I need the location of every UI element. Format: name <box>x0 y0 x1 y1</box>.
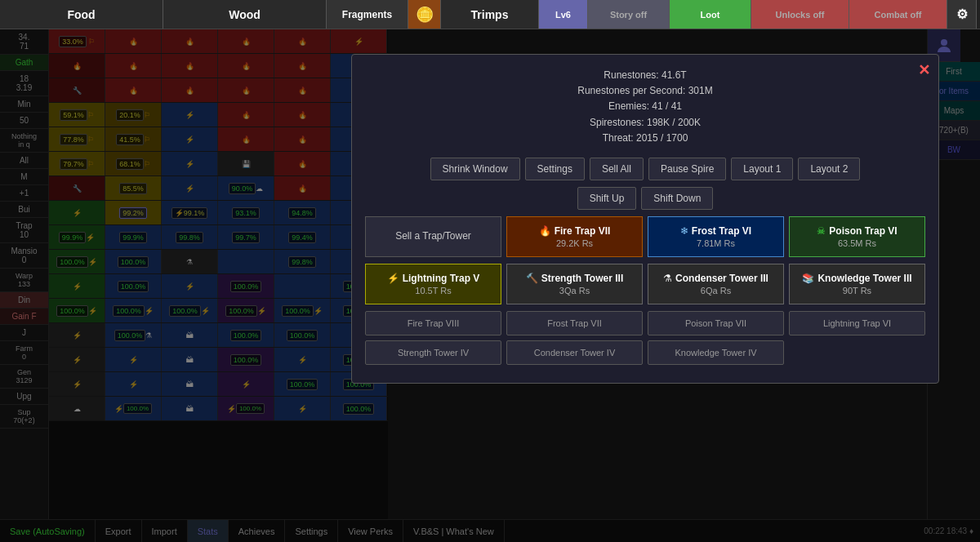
unlocks-label: Unlocks off <box>776 10 825 20</box>
knowledge-tower-name: Knowledge Tower III <box>817 273 911 284</box>
knowledge-tower-4-button[interactable]: Knowledge Tower IV <box>648 340 784 365</box>
enemies-stat: Enemies: 41 / 41 <box>365 99 925 114</box>
nav-fragments[interactable]: Fragments <box>327 0 408 29</box>
nav-wood[interactable]: Wood <box>163 0 327 29</box>
frost-trap-7-button[interactable]: Frost Trap VII <box>506 311 643 335</box>
spire-modal: ✕ Runestones: 41.6T Runestones per Secon… <box>351 54 939 384</box>
modal-top-buttons: Shrink Window Settings Sell All Pause Sp… <box>365 158 925 180</box>
wood-label: Wood <box>229 8 261 21</box>
sell-all-button[interactable]: Sell All <box>590 158 644 180</box>
pause-spire-button[interactable]: Pause Spire <box>648 158 726 180</box>
lightning-trap-button[interactable]: ⚡ Lightning Trap V 10.5T Rs <box>365 264 501 304</box>
lightning-trap-cost: 10.5T Rs <box>371 286 496 295</box>
modal-close-button[interactable]: ✕ <box>918 61 930 79</box>
story-label: Story off <box>610 10 647 20</box>
runestones-stat: Runestones: 41.6T <box>365 68 925 83</box>
modal-shift-buttons: Shift Up Shift Down <box>365 187 925 210</box>
nav-lv[interactable]: Lv6 <box>539 0 588 29</box>
nav-food[interactable]: Food <box>0 0 163 29</box>
frost-trap-icon: ❄ <box>680 225 688 237</box>
nav-story[interactable]: Story off <box>588 0 670 29</box>
poison-trap-button[interactable]: ☠ Poison Trap VI 63.5M Rs <box>789 216 925 257</box>
condenser-tower-button[interactable]: ⚗ Condenser Tower III 6Qa Rs <box>648 264 784 304</box>
lightning-trap-icon: ⚡ <box>387 273 399 284</box>
top-nav: Food Wood Fragments 🪙 Trimps Lv6 Story o… <box>0 0 980 29</box>
nav-trimps[interactable]: Trimps <box>441 0 539 29</box>
nav-icon[interactable]: 🪙 <box>408 0 441 29</box>
frost-trap-cost: 7.81M Rs <box>653 238 778 248</box>
spirestones-stat: Spirestones: 198K / 200K <box>365 115 925 131</box>
poison-trap-icon: ☠ <box>817 225 826 237</box>
fire-trap-icon: 🔥 <box>539 225 551 237</box>
lv-label: Lv6 <box>555 10 571 20</box>
settings-icon: ⚙ <box>956 7 968 22</box>
knowledge-tower-cost: 90T Rs <box>795 286 920 295</box>
strength-tower-button[interactable]: 🔨 Strength Tower III 3Qa Rs <box>506 264 643 304</box>
poison-trap-name: Poison Trap VI <box>829 225 897 237</box>
knowledge-icon: 📚 <box>802 273 814 284</box>
shrink-window-button[interactable]: Shrink Window <box>430 158 520 180</box>
fire-trap-name: Fire Trap VII <box>555 225 611 237</box>
trap-grid-2: ⚡ Lightning Trap V 10.5T Rs 🔨 Strength T… <box>365 264 925 304</box>
nav-unlocks[interactable]: Unlocks off <box>751 0 849 29</box>
shift-down-button[interactable]: Shift Down <box>641 187 713 210</box>
trap-grid: Sell a Trap/Tower 🔥 Fire Trap VII 29.2K … <box>365 216 925 257</box>
lightning-trap-name: Lightning Trap V <box>403 273 480 284</box>
modal-stats: Runestones: 41.6T Runestones per Second:… <box>365 68 925 146</box>
knowledge-tower-button[interactable]: 📚 Knowledge Tower III 90T Rs <box>789 264 925 304</box>
condenser-icon: ⚗ <box>663 273 672 284</box>
strength-tower-4-button[interactable]: Strength Tower IV <box>365 340 501 365</box>
sell-trap-button[interactable]: Sell a Trap/Tower <box>365 216 501 257</box>
runestones-per-second-stat: Runestones per Second: 301M <box>365 83 925 99</box>
combat-label: Combat off <box>874 10 921 20</box>
fire-trap-8-button[interactable]: Fire Trap VIII <box>365 311 501 335</box>
strength-tower-cost: 3Qa Rs <box>512 286 637 295</box>
poison-trap-cost: 63.5M Rs <box>795 238 920 248</box>
strength-tower-name: Strength Tower III <box>541 273 623 284</box>
strength-icon: 🔨 <box>526 273 538 284</box>
nav-settings[interactable]: ⚙ <box>947 0 977 29</box>
layout2-button[interactable]: Layout 2 <box>798 158 860 180</box>
frost-trap-button[interactable]: ❄ Frost Trap VI 7.81M Rs <box>648 216 784 257</box>
shift-up-button[interactable]: Shift Up <box>577 187 637 210</box>
nav-combat[interactable]: Combat off <box>849 0 947 29</box>
trimps-label: Trimps <box>471 8 509 21</box>
settings-button[interactable]: Settings <box>525 158 585 180</box>
frost-trap-name: Frost Trap VI <box>692 225 751 237</box>
nav-loot[interactable]: Loot <box>670 0 751 29</box>
condenser-tower-name: Condenser Tower III <box>675 273 768 284</box>
layout1-button[interactable]: Layout 1 <box>731 158 793 180</box>
fire-trap-cost: 29.2K Rs <box>512 238 637 248</box>
upgrade-grid-2: Strength Tower IV Condenser Tower IV Kno… <box>365 340 925 365</box>
upgrade-grid-1: Fire Trap VIII Frost Trap VII Poison Tra… <box>365 311 925 335</box>
food-label: Food <box>67 8 95 21</box>
fragments-label: Fragments <box>342 9 392 20</box>
threat-stat: Threat: 2015 / 1700 <box>365 131 925 146</box>
fire-trap-button[interactable]: 🔥 Fire Trap VII 29.2K Rs <box>506 216 643 257</box>
lightning-trap-6-button[interactable]: Lightning Trap VI <box>789 311 925 335</box>
loot-label: Loot <box>701 10 720 20</box>
poison-trap-7-button[interactable]: Poison Trap VII <box>648 311 784 335</box>
condenser-tower-4-button[interactable]: Condenser Tower IV <box>506 340 643 365</box>
condenser-tower-cost: 6Qa Rs <box>653 286 778 295</box>
